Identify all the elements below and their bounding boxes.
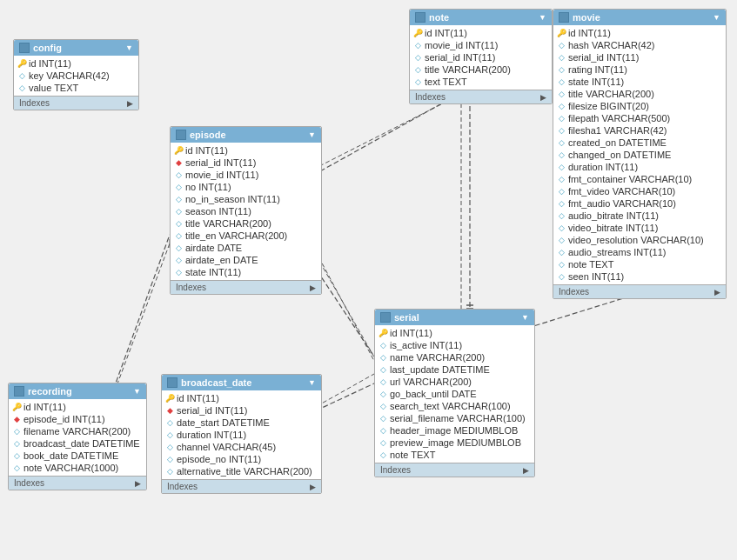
diamond-icon: ◇ [557, 223, 566, 232]
table-footer-note[interactable]: Indexes ▶ [410, 90, 552, 103]
field-bd-date-start: ◇ date_start DATETIME [162, 417, 321, 429]
fk-icon: ◆ [165, 406, 174, 415]
diamond-icon: ◇ [174, 195, 183, 203]
dropdown-arrow-config[interactable]: ▼ [125, 43, 133, 52]
field-movie-duration: ◇ duration INT(11) [553, 161, 726, 173]
database-diagram: config ▼ 🔑 id INT(11) ◇ key VARCHAR(42) … [0, 0, 737, 560]
table-header-config[interactable]: config ▼ [14, 40, 138, 56]
field-movie-rating: ◇ rating INT(11) [553, 63, 726, 76]
field-serial-preview-image: ◇ preview_image MEDIUMBLOB [375, 437, 534, 449]
diamond-icon: ◇ [557, 163, 566, 171]
table-body-serial: 🔑 id INT(11) ◇ is_active INT(11) ◇ name … [375, 325, 534, 463]
diamond-icon: ◇ [379, 438, 387, 447]
table-header-broadcast-date[interactable]: broadcast_date ▼ [162, 375, 321, 390]
diamond-icon: ◇ [413, 77, 422, 86]
table-icon-serial [380, 312, 391, 323]
diamond-icon: ◇ [557, 114, 566, 123]
diamond-icon: ◇ [165, 467, 174, 476]
diamond-icon: ◇ [557, 175, 566, 183]
table-movie: movie ▼ 🔑 id INT(11) ◇ hash VARCHAR(42) … [553, 9, 727, 299]
table-header-serial[interactable]: serial ▼ [375, 310, 534, 325]
field-serial-url: ◇ url VARCHAR(200) [375, 376, 534, 388]
diamond-icon: ◇ [379, 353, 387, 362]
diamond-icon: ◇ [174, 219, 183, 228]
field-movie-hash: ◇ hash VARCHAR(42) [553, 39, 726, 51]
dropdown-arrow-episode[interactable]: ▼ [308, 130, 316, 139]
dropdown-arrow-serial[interactable]: ▼ [521, 313, 529, 322]
field-bd-episode-no: ◇ episode_no INT(11) [162, 453, 321, 465]
field-serial-name: ◇ name VARCHAR(200) [375, 351, 534, 363]
diamond-icon: ◇ [165, 443, 174, 451]
diamond-icon: ◇ [557, 65, 566, 74]
pk-icon: 🔑 [174, 146, 183, 155]
pk-icon: 🔑 [379, 329, 387, 337]
dropdown-arrow-note[interactable]: ▼ [539, 13, 546, 22]
table-footer-broadcast-date[interactable]: Indexes ▶ [162, 479, 321, 493]
field-movie-fmt-container: ◇ fmt_container VARCHAR(10) [553, 173, 726, 185]
diamond-icon: ◇ [557, 138, 566, 147]
field-episode-no: ◇ no INT(11) [171, 181, 321, 193]
table-body-recording: 🔑 id INT(11) ◆ episode_id INT(11) ◇ file… [9, 399, 146, 476]
diamond-icon: ◇ [12, 439, 21, 448]
field-movie-changed-on: ◇ changed_on DATETIME [553, 149, 726, 161]
field-bd-serial-id: ◆ serial_id INT(11) [162, 404, 321, 417]
pk-icon: 🔑 [413, 29, 422, 37]
field-serial-last-update: ◇ last_update DATETIME [375, 363, 534, 376]
dropdown-arrow-recording[interactable]: ▼ [133, 387, 141, 396]
table-name-note: note [429, 12, 449, 23]
diamond-icon: ◇ [557, 102, 566, 110]
table-body-episode: 🔑 id INT(11) ◆ serial_id INT(11) ◇ movie… [171, 143, 321, 280]
field-movie-state: ◇ state INT(11) [553, 76, 726, 88]
table-footer-episode[interactable]: Indexes ▶ [171, 280, 321, 294]
diamond-icon: ◇ [557, 77, 566, 86]
field-movie-fmt-video: ◇ fmt_video VARCHAR(10) [553, 185, 726, 197]
dropdown-arrow-movie[interactable]: ▼ [713, 13, 720, 22]
table-broadcast-date: broadcast_date ▼ 🔑 id INT(11) ◆ serial_i… [161, 374, 322, 494]
field-movie-serial-id: ◇ serial_id INT(11) [553, 51, 726, 63]
diamond-icon: ◇ [379, 341, 387, 350]
table-header-recording[interactable]: recording ▼ [9, 383, 146, 399]
table-footer-serial[interactable]: Indexes ▶ [375, 463, 534, 477]
dropdown-arrow-broadcast-date[interactable]: ▼ [308, 378, 316, 387]
field-movie-seen: ◇ seen INT(11) [553, 270, 726, 283]
diamond-icon: ◇ [557, 90, 566, 98]
diamond-icon: ◇ [379, 402, 387, 410]
table-body-broadcast-date: 🔑 id INT(11) ◆ serial_id INT(11) ◇ date_… [162, 390, 321, 479]
table-name-config: config [33, 43, 62, 53]
fk-icon: ◆ [12, 415, 21, 423]
pk-icon: 🔑 [557, 29, 566, 37]
table-episode: episode ▼ 🔑 id INT(11) ◆ serial_id INT(1… [170, 126, 322, 295]
diamond-icon: ◇ [174, 231, 183, 240]
diamond-icon: ◇ [413, 41, 422, 50]
field-episode-id: 🔑 id INT(11) [171, 144, 321, 157]
table-footer-movie[interactable]: Indexes ▶ [553, 284, 726, 298]
diamond-icon: ◇ [557, 260, 566, 269]
table-header-note[interactable]: note ▼ [410, 10, 552, 25]
table-footer-config[interactable]: Indexes ▶ [14, 96, 138, 110]
field-movie-audio-bitrate: ◇ audio_bitrate INT(11) [553, 210, 726, 222]
field-recording-broadcast-date: ◇ broadcast_date DATETIME [9, 437, 146, 450]
diamond-icon: ◇ [174, 268, 183, 277]
table-header-movie[interactable]: movie ▼ [553, 10, 726, 25]
field-movie-filesha1: ◇ filesha1 VARCHAR(42) [553, 124, 726, 137]
diamond-icon: ◇ [557, 187, 566, 196]
field-recording-episode-id: ◆ episode_id INT(11) [9, 413, 146, 425]
field-episode-title-en: ◇ title_en VARCHAR(200) [171, 230, 321, 242]
field-note-id: 🔑 id INT(11) [410, 27, 552, 39]
table-header-episode[interactable]: episode ▼ [171, 127, 321, 143]
table-footer-recording[interactable]: Indexes ▶ [9, 476, 146, 490]
field-episode-movie-id: ◇ movie_id INT(11) [171, 169, 321, 181]
diamond-icon: ◇ [174, 207, 183, 216]
field-config-id: 🔑 id INT(11) [14, 57, 138, 70]
diamond-icon: ◇ [557, 211, 566, 220]
table-config: config ▼ 🔑 id INT(11) ◇ key VARCHAR(42) … [13, 39, 139, 110]
diamond-icon: ◇ [557, 236, 566, 244]
field-movie-video-bitrate: ◇ video_bitrate INT(11) [553, 222, 726, 234]
field-note-serial-id: ◇ serial_id INT(11) [410, 51, 552, 63]
field-movie-filesize: ◇ filesize BIGINT(20) [553, 100, 726, 112]
diamond-icon: ◇ [165, 455, 174, 463]
field-recording-note: ◇ note VARCHAR(1000) [9, 462, 146, 474]
table-icon-recording [14, 386, 24, 397]
diamond-icon: ◇ [12, 427, 21, 436]
table-name-recording: recording [28, 386, 72, 397]
